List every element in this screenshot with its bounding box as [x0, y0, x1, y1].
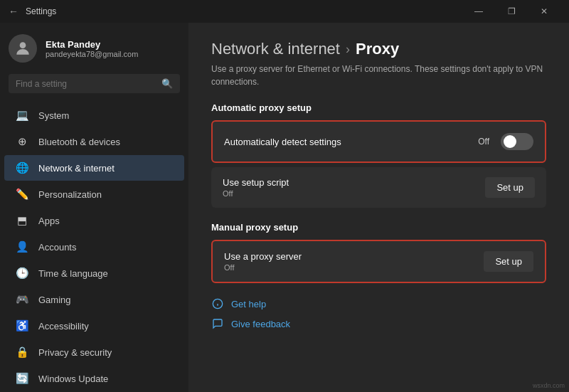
- sidebar-item-privacy[interactable]: 🔒 Privacy & security: [4, 339, 184, 365]
- avatar: [9, 34, 37, 63]
- content-area: Network & internet › Proxy Use a proxy s…: [188, 23, 569, 392]
- breadcrumb-section: Network & internet: [211, 40, 340, 58]
- nav-label-apps: Apps: [38, 216, 60, 226]
- watermark: wsxdn.com: [533, 382, 565, 389]
- feedback-label: Give feedback: [231, 319, 290, 329]
- nav-label-accessibility: Accessibility: [38, 321, 89, 332]
- profile-email: pandeyekta78@gmail.com: [46, 50, 138, 58]
- nav-icon-time: 🕒: [16, 267, 28, 280]
- nav-icon-system: 💻: [16, 109, 28, 122]
- setup-script-card: Use setup script Off Set up: [211, 167, 546, 208]
- nav-label-network: Network & internet: [38, 163, 115, 174]
- nav-icon-accessibility: ♿: [16, 319, 28, 332]
- profile-info: Ekta Pandey pandeyekta78@gmail.com: [46, 39, 138, 58]
- setup-script-subtitle: Off: [223, 189, 485, 198]
- auto-detect-row: Automatically detect settings Off: [213, 122, 545, 161]
- setup-script-info: Use setup script Off: [223, 177, 485, 198]
- manual-proxy-section-label: Manual proxy setup: [211, 222, 546, 233]
- svg-point-0: [20, 42, 26, 48]
- breadcrumb-current: Proxy: [356, 40, 399, 58]
- search-input[interactable]: [16, 79, 156, 89]
- get-help-label: Get help: [231, 299, 266, 309]
- nav-list: 💻 System ⊕ Bluetooth & devices 🌐 Network…: [0, 102, 188, 392]
- setup-script-title: Use setup script: [223, 177, 485, 188]
- page-description: Use a proxy server for Ethernet or Wi-Fi…: [211, 63, 546, 88]
- nav-icon-privacy: 🔒: [16, 346, 28, 359]
- search-box[interactable]: 🔍: [9, 74, 180, 93]
- setup-script-row: Use setup script Off Set up: [211, 167, 546, 208]
- get-help-icon: [211, 297, 224, 310]
- nav-label-accounts: Accounts: [38, 242, 76, 253]
- proxy-server-button[interactable]: Set up: [484, 251, 533, 272]
- auto-detect-toggle[interactable]: [501, 133, 533, 150]
- titlebar-title: Settings: [26, 6, 56, 16]
- sidebar-item-personalization[interactable]: ✏️ Personalization: [4, 181, 184, 207]
- sidebar-item-apps[interactable]: ⬒ Apps: [4, 208, 184, 233]
- titlebar-left: ← Settings: [9, 6, 56, 17]
- proxy-server-card: Use a proxy server Off Set up: [211, 240, 546, 283]
- sidebar: Ekta Pandey pandeyekta78@gmail.com 🔍 💻 S…: [0, 23, 188, 392]
- profile-name: Ekta Pandey: [46, 39, 138, 50]
- nav-icon-gaming: 🎮: [16, 293, 28, 306]
- nav-label-windows-update: Windows Update: [38, 374, 108, 384]
- search-icon: 🔍: [161, 78, 173, 89]
- profile-area: Ekta Pandey pandeyekta78@gmail.com: [0, 23, 188, 71]
- back-button[interactable]: ←: [9, 6, 18, 17]
- sidebar-item-windows-update[interactable]: 🔄 Windows Update: [4, 366, 184, 391]
- proxy-server-title: Use a proxy server: [224, 251, 484, 262]
- sidebar-item-system[interactable]: 💻 System: [4, 102, 184, 128]
- restore-button[interactable]: ❐: [495, 0, 528, 23]
- breadcrumb: Network & internet › Proxy: [211, 40, 546, 58]
- auto-detect-toggle-wrapper: Off: [478, 133, 533, 150]
- breadcrumb-arrow: ›: [346, 42, 350, 57]
- nav-icon-bluetooth: ⊕: [16, 135, 28, 148]
- give-feedback-link[interactable]: Give feedback: [211, 317, 546, 330]
- nav-label-personalization: Personalization: [38, 189, 102, 200]
- proxy-server-row: Use a proxy server Off Set up: [213, 241, 545, 282]
- feedback-icon: [211, 317, 224, 330]
- auto-detect-info: Automatically detect settings: [224, 137, 478, 147]
- sidebar-item-bluetooth[interactable]: ⊕ Bluetooth & devices: [4, 129, 184, 154]
- minimize-button[interactable]: —: [462, 0, 495, 23]
- titlebar: ← Settings — ❐ ✕: [0, 0, 569, 23]
- nav-label-bluetooth: Bluetooth & devices: [38, 137, 120, 147]
- sidebar-item-gaming[interactable]: 🎮 Gaming: [4, 287, 184, 312]
- auto-detect-title: Automatically detect settings: [224, 137, 478, 147]
- auto-detect-toggle-label: Off: [478, 137, 489, 147]
- nav-label-privacy: Privacy & security: [38, 347, 112, 358]
- auto-detect-card: Automatically detect settings Off: [211, 120, 546, 163]
- nav-icon-windows-update: 🔄: [16, 372, 28, 385]
- sidebar-item-accounts[interactable]: 👤 Accounts: [4, 234, 184, 260]
- sidebar-item-time[interactable]: 🕒 Time & language: [4, 260, 184, 286]
- proxy-server-info: Use a proxy server Off: [224, 251, 484, 272]
- close-button[interactable]: ✕: [528, 0, 560, 23]
- footer-links: Get help Give feedback: [211, 297, 546, 330]
- titlebar-controls: — ❐ ✕: [462, 0, 560, 23]
- auto-proxy-section-label: Automatic proxy setup: [211, 102, 546, 113]
- nav-icon-accounts: 👤: [16, 240, 28, 253]
- sidebar-item-accessibility[interactable]: ♿ Accessibility: [4, 313, 184, 339]
- nav-label-gaming: Gaming: [38, 295, 71, 305]
- nav-label-time: Time & language: [38, 268, 108, 279]
- main-layout: Ekta Pandey pandeyekta78@gmail.com 🔍 💻 S…: [0, 23, 569, 392]
- sidebar-item-network[interactable]: 🌐 Network & internet: [4, 155, 184, 181]
- nav-icon-network: 🌐: [16, 161, 28, 174]
- nav-icon-apps: ⬒: [16, 214, 28, 227]
- nav-icon-personalization: ✏️: [16, 188, 28, 201]
- setup-script-button[interactable]: Set up: [485, 177, 535, 198]
- proxy-server-subtitle: Off: [224, 263, 484, 272]
- get-help-link[interactable]: Get help: [211, 297, 546, 310]
- nav-label-system: System: [38, 110, 69, 121]
- toggle-knob: [504, 135, 516, 148]
